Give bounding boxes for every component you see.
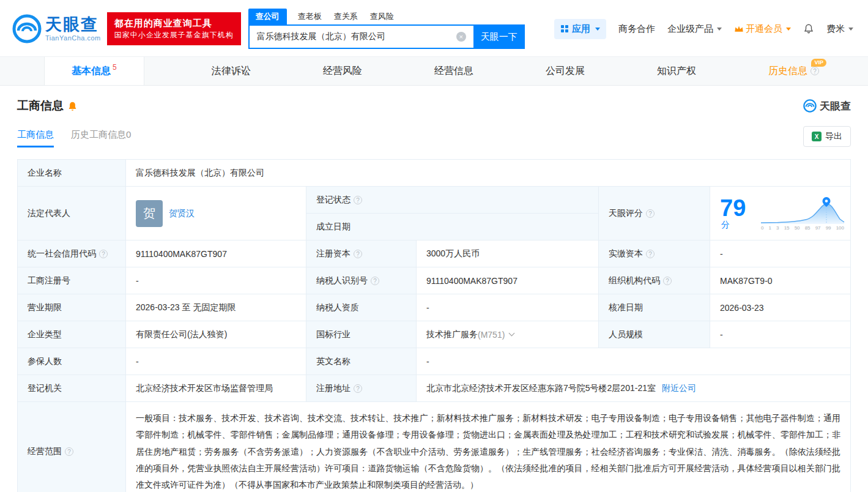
table-row-term: 营业期限 2026-03-23 至 无固定期限 纳税人资质 - 核准日期 202… <box>18 294 851 321</box>
score-curve-chart <box>760 196 845 225</box>
nav-apps-label: 应用 <box>572 23 590 35</box>
help-icon[interactable] <box>371 277 379 285</box>
company-name-label: 企业名称 <box>18 160 126 187</box>
insured-label: 参保人数 <box>18 348 126 375</box>
search-input[interactable] <box>248 24 473 49</box>
reg-no-value: - <box>126 267 306 294</box>
logo-subtitle: TianYanCha.com <box>45 34 101 42</box>
nav-apps[interactable]: 应用 <box>554 19 606 39</box>
export-button[interactable]: 导出 <box>803 126 851 147</box>
help-icon[interactable] <box>646 209 655 218</box>
chevron-down-icon[interactable] <box>509 330 515 337</box>
score-label-cell: 天眼评分 <box>599 187 710 240</box>
tab-basic-info[interactable]: 基本信息 5 <box>44 57 144 85</box>
subscribe-bell-icon[interactable] <box>68 101 77 111</box>
establish-date-label: 成立日期 <box>306 214 599 240</box>
score-value: 79 <box>720 195 746 221</box>
logo-title: 天眼查 <box>45 16 101 34</box>
tianyancha-logo[interactable]: 天眼查 TianYanCha.com <box>12 14 101 43</box>
score-chart: 0131550859799100 <box>760 196 845 231</box>
crown-icon <box>734 25 744 33</box>
tab-basic-info-label: 基本信息 <box>72 65 111 78</box>
help-icon[interactable] <box>354 384 362 393</box>
help-icon[interactable] <box>99 250 108 258</box>
business-info-table: 企业名称 富乐德科技发展（北京）有限公司 法定代表人 贺 贺贤汉 登记状态 存续… <box>17 159 851 492</box>
taxpayer-id-label-cell: 纳税人识别号 <box>306 267 417 294</box>
nav-business-label: 商务合作 <box>618 23 655 35</box>
help-icon[interactable] <box>354 196 362 204</box>
industry-cell[interactable]: 技术推广服务 (M751) <box>417 321 599 348</box>
reg-status-label: 登记状态 <box>316 195 351 206</box>
tianyancha-wave-icon <box>803 99 817 113</box>
chevron-down-icon <box>786 28 791 31</box>
chevron-down-icon <box>717 28 722 31</box>
org-code-label-cell: 组织机构代码 <box>599 267 710 294</box>
tab-operation-risk[interactable]: 经营风险 <box>318 57 367 85</box>
tab-operation-info[interactable]: 经营信息 <box>429 57 478 85</box>
nav-enterprise-label: 企业级产品 <box>667 23 713 35</box>
nav-business-cooperation[interactable]: 商务合作 <box>618 23 655 35</box>
search-tab-risk[interactable]: 查风险 <box>369 9 395 24</box>
top-header: 天眼查 TianYanCha.com 都在用的商业查询工具 国家中小企业发展子基… <box>0 0 868 56</box>
search-tab-relation[interactable]: 查关系 <box>333 9 359 24</box>
tab-legal-proceedings[interactable]: 法律诉讼 <box>207 57 256 85</box>
subtab-business-info[interactable]: 工商信息 <box>17 129 54 147</box>
search-button[interactable]: 天眼一下 <box>473 24 525 49</box>
logo-text: 天眼查 TianYanCha.com <box>45 16 101 42</box>
app-grid-icon <box>560 24 569 33</box>
search-tab-boss[interactable]: 查老板 <box>297 9 323 24</box>
legal-rep-cell: 贺 贺贤汉 <box>126 187 306 240</box>
score-cell: 79分 0131550859799100 <box>710 187 851 240</box>
clear-icon[interactable]: × <box>456 32 466 42</box>
help-icon[interactable] <box>65 447 73 456</box>
subtab-history-business-info[interactable]: 历史工商信息0 <box>71 129 131 147</box>
approve-date-value: 2026-03-23 <box>710 294 851 321</box>
search-block: 查公司 查老板 查关系 查风险 × 天眼一下 <box>248 9 525 49</box>
authority-label: 登记机关 <box>18 375 126 402</box>
address-label: 注册地址 <box>316 383 351 394</box>
table-row-legal-rep: 法定代表人 贺 贺贤汉 登记状态 存续 成立日期 2026-03-23 天眼评分 <box>18 187 851 240</box>
tab-history-info[interactable]: VIP 历史信息 <box>763 57 824 85</box>
term-value: 2026-03-23 至 无固定期限 <box>126 294 306 321</box>
credit-code-label: 统一社会信用代码 <box>28 248 96 259</box>
address-value: 北京市北京经济技术开发区经惠东路7号院5号楼2层201-21室 <box>426 383 656 394</box>
nav-enterprise-products[interactable]: 企业级产品 <box>667 23 722 35</box>
help-icon[interactable] <box>354 250 362 258</box>
legal-rep-link[interactable]: 贺贤汉 <box>169 208 195 219</box>
excel-icon <box>812 132 822 141</box>
table-row-authority: 登记机关 北京经济技术开发区市场监督管理局 注册地址 北京市北京经济技术开发区经… <box>18 375 851 402</box>
org-code-label: 组织机构代码 <box>609 275 660 286</box>
scope-value: 一般项目：技术服务、技术开发、技术咨询、技术交流、技术转让、技术推广；新材料技术… <box>126 402 851 492</box>
address-label-cell: 注册地址 <box>306 375 417 402</box>
nearby-companies-link[interactable]: 附近公司 <box>662 383 696 394</box>
section-title: 工商信息 <box>17 98 64 114</box>
avatar[interactable]: 贺 <box>136 200 163 227</box>
address-cell: 北京市北京经济技术开发区经惠东路7号院5号楼2层201-21室 附近公司 <box>417 375 851 402</box>
table-row-scope: 经营范围 一般项目：技术服务、技术开发、技术咨询、技术交流、技术转让、技术推广；… <box>18 402 851 492</box>
table-row-credit-code: 统一社会信用代码 91110400MAK87GT907 注册资本 3000万人民… <box>18 240 851 267</box>
help-icon[interactable] <box>811 67 819 75</box>
company-type-value: 有限责任公司(法人独资) <box>126 321 306 348</box>
industry-code: (M751) <box>478 330 505 340</box>
tab-intellectual-property[interactable]: 知识产权 <box>652 57 701 85</box>
search-tab-company[interactable]: 查公司 <box>248 9 287 24</box>
nav-open-membership[interactable]: 开通会员 <box>734 23 791 35</box>
section-header: 工商信息 天眼查 <box>17 98 851 114</box>
bell-icon <box>803 23 814 35</box>
slogan-line1: 都在用的商业查询工具 <box>114 17 234 30</box>
notification-bell[interactable] <box>803 23 814 35</box>
tab-ip-label: 知识产权 <box>657 65 696 78</box>
tab-legal-label: 法律诉讼 <box>212 65 251 78</box>
slogan-line2: 国家中小企业发展子基金旗下机构 <box>114 30 234 40</box>
company-type-label: 企业类型 <box>18 321 126 348</box>
slogan-banner: 都在用的商业查询工具 国家中小企业发展子基金旗下机构 <box>107 12 241 45</box>
nav-membership-label: 开通会员 <box>746 23 782 35</box>
section-watermark-logo: 天眼查 <box>803 99 851 113</box>
tab-company-development[interactable]: 公司发展 <box>541 57 590 85</box>
tab-history-label: 历史信息 <box>768 65 807 78</box>
reg-status-label-cell: 登记状态 <box>306 187 599 214</box>
org-code-value: MAK87GT9-0 <box>710 267 851 294</box>
help-icon[interactable] <box>646 250 655 258</box>
help-icon[interactable] <box>663 277 672 285</box>
nav-user-account[interactable]: 费米 <box>826 23 853 35</box>
